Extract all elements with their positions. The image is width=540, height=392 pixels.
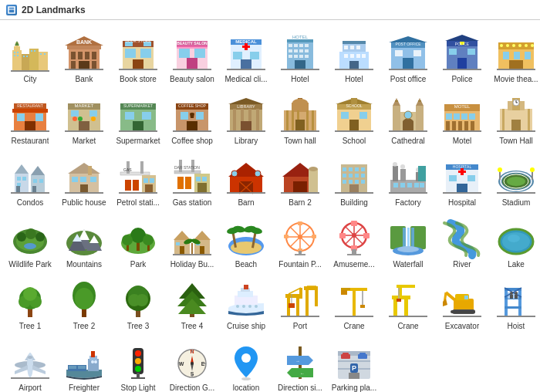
item-city[interactable]: City (3, 26, 57, 88)
item-supermarket[interactable]: SUPERMARKET Supermarket (111, 88, 165, 150)
item-holiday-bungalow[interactable]: Holiday Bu... (165, 211, 219, 273)
item-town-hall1[interactable]: Town hall (273, 88, 327, 150)
item-restaurant[interactable]: RESTAURANT Restaurant (3, 88, 57, 150)
item-book-store[interactable]: BOOK STORE Book store (111, 26, 165, 88)
item-beauty-salon[interactable]: BEAUTY SALON Beauty salon (165, 26, 219, 88)
item-crane1[interactable]: Crane (327, 273, 381, 335)
item-post-office[interactable]: POST OFFICE Post office (381, 26, 435, 88)
svg-rect-276 (343, 180, 346, 184)
item-label: Hoist (508, 322, 525, 331)
item-library[interactable]: LIBRARY Library (219, 88, 273, 150)
svg-rect-207 (502, 109, 505, 132)
item-stop-light[interactable]: Stop Light (111, 335, 165, 392)
svg-rect-292 (414, 183, 419, 188)
svg-rect-66 (299, 49, 303, 52)
item-direction-gauge[interactable]: N S W E Direction G... (165, 335, 219, 392)
svg-rect-429 (341, 288, 350, 290)
item-wildlife-park[interactable]: Wildlife Park (3, 211, 57, 273)
item-label: River (453, 260, 471, 269)
svg-rect-193 (469, 113, 475, 120)
item-tree1[interactable]: Tree 1 (3, 273, 57, 335)
svg-rect-378 (347, 254, 361, 255)
item-motel[interactable]: MOTEL Motel (435, 88, 489, 150)
item-barn2[interactable]: Barn 2 (273, 150, 327, 211)
svg-rect-291 (407, 183, 412, 188)
item-gas-station[interactable]: DAR STATION Gas station (165, 150, 219, 211)
svg-rect-418 (299, 288, 302, 299)
svg-rect-246 (196, 177, 201, 181)
item-medical-clinic[interactable]: MEDICAL Medical cli... (219, 26, 273, 88)
svg-rect-54 (233, 52, 242, 59)
item-waterfall[interactable]: Waterfall (381, 211, 435, 273)
svg-rect-56 (241, 59, 251, 70)
item-tree4[interactable]: Tree 4 (165, 273, 219, 335)
svg-rect-192 (461, 113, 467, 120)
svg-rect-248 (197, 183, 207, 194)
item-label: Barn (238, 198, 254, 208)
svg-line-419 (289, 288, 301, 294)
item-school[interactable]: SCHOOL School (327, 88, 381, 150)
item-location[interactable]: location (219, 335, 273, 392)
svg-rect-108 (525, 52, 531, 59)
item-movie-theater[interactable]: Movie thea... (489, 26, 540, 88)
item-mountains[interactable]: Mountains (57, 211, 111, 273)
item-excavator[interactable]: Excavator (435, 273, 489, 335)
item-label: Direction si... (278, 384, 322, 392)
svg-rect-208 (528, 109, 530, 132)
svg-rect-470 (91, 351, 95, 357)
item-cruise-ship[interactable]: Cruise ship (219, 273, 273, 335)
item-condos[interactable]: Condos (3, 150, 57, 211)
svg-rect-200 (443, 130, 481, 132)
item-label: Mountains (66, 260, 102, 269)
item-fountain-park[interactable]: Fountain P... (273, 211, 327, 273)
item-building[interactable]: Building (327, 150, 381, 211)
item-park[interactable]: Park (111, 211, 165, 273)
svg-rect-299 (461, 168, 464, 175)
item-stadium[interactable]: Stadium (489, 150, 540, 211)
svg-rect-424 (315, 286, 318, 306)
item-hotel2[interactable]: Hotel (327, 26, 381, 88)
svg-rect-467 (11, 377, 49, 379)
item-police[interactable]: POLICE Police (435, 26, 489, 88)
svg-rect-364 (312, 235, 316, 238)
item-lake[interactable]: Lake (489, 211, 540, 273)
item-petrol-station[interactable]: GAS Petrol stati... (111, 150, 165, 211)
item-port[interactable]: Port (273, 273, 327, 335)
item-town-hall2[interactable]: Town Hall (489, 88, 540, 150)
item-hospital[interactable]: HOSPITAL Hospital (435, 150, 489, 211)
item-coffee-shop[interactable]: COFFEE SHOP Coffee shop (165, 88, 219, 150)
item-label: Medical cli... (224, 75, 267, 84)
item-parking-place[interactable]: P Parking pla... (327, 335, 381, 392)
svg-point-287 (400, 164, 405, 169)
item-direction-sign[interactable]: → ← Direction si... (273, 335, 327, 392)
svg-rect-431 (360, 305, 365, 308)
item-market[interactable]: MARKET Market (57, 88, 111, 150)
item-label: Amuseme... (333, 260, 374, 269)
item-tree3[interactable]: Tree 3 (111, 273, 165, 335)
item-cathedral[interactable]: Cathedral (381, 88, 435, 150)
svg-rect-506 (343, 353, 349, 356)
item-freighter[interactable]: Freighter (57, 335, 111, 392)
item-bank[interactable]: BANK Bank (57, 26, 111, 88)
item-tree2[interactable]: Tree 2 (57, 273, 111, 335)
item-label: Tree 3 (127, 322, 150, 331)
item-airport[interactable]: Airport (3, 335, 57, 392)
svg-rect-274 (355, 174, 359, 177)
item-label: Petrol stati... (116, 198, 160, 208)
svg-point-474 (91, 360, 94, 363)
svg-marker-212 (15, 164, 29, 174)
svg-rect-128 (89, 110, 97, 117)
item-label: Restaurant (12, 137, 49, 146)
item-river[interactable]: River (435, 211, 489, 273)
item-barn[interactable]: Barn (219, 150, 273, 211)
item-amusement-park[interactable]: Amuseme... (327, 211, 381, 273)
item-factory[interactable]: Factory (381, 150, 435, 211)
item-crane2[interactable]: Crane (381, 273, 435, 335)
item-hoist[interactable]: Hoist (489, 273, 540, 335)
item-label: Condos (17, 198, 43, 208)
item-public-house[interactable]: Public house (57, 150, 111, 211)
svg-rect-57 (227, 69, 265, 70)
item-hotel1[interactable]: HOTEL Hotel (273, 26, 327, 88)
svg-rect-65 (294, 49, 298, 52)
item-beach[interactable]: Beach (219, 211, 273, 273)
